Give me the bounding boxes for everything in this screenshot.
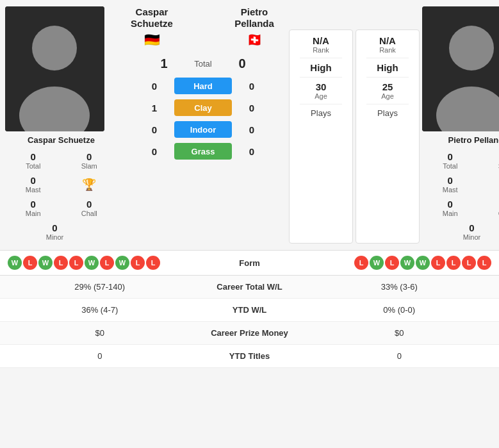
form-badge-right: L — [354, 256, 368, 270]
right-rank-label: Rank — [379, 46, 396, 54]
left-player-stats: 0 Total 0 Slam 0 Mast 🏆 0 Main — [5, 149, 117, 244]
left-header: Caspar Schuetze 🇩🇪 — [120, 6, 184, 47]
right-plays: Plays — [377, 108, 398, 118]
left-divider2 — [300, 77, 342, 78]
main-container: Caspar Schuetze 0 Total 0 Slam 0 Mast 🏆 — [0, 0, 499, 368]
right-main-label: Main — [443, 210, 458, 217]
left-rank-label: Rank — [313, 46, 329, 54]
right-header-name: Pietro Pellanda — [222, 6, 286, 29]
right-total-stat: 0 Total — [422, 149, 479, 172]
hard-score-right: 0 — [242, 81, 261, 92]
right-age-value: 25 — [381, 81, 394, 92]
left-age-value: 30 — [315, 81, 327, 92]
player-headers: Caspar Schuetze 🇩🇪 Pietro Pellanda 🇨🇭 — [120, 6, 286, 50]
total-score-left: 1 — [154, 56, 174, 71]
left-mast-value: 0 — [31, 175, 36, 186]
right-mast-label: Mast — [443, 186, 458, 194]
stats-label: YTD Titles — [192, 351, 307, 361]
left-high: High — [310, 62, 331, 73]
svg-point-1 — [32, 26, 77, 71]
left-main-value: 0 — [31, 199, 36, 210]
indoor-badge: Indoor — [174, 121, 232, 138]
form-badge-left: L — [100, 256, 114, 270]
right-total-label: Total — [443, 162, 457, 170]
left-slam-label: Slam — [81, 162, 97, 170]
form-badge-right: L — [385, 256, 399, 270]
form-badge-right: W — [416, 256, 430, 270]
right-player-stats: 0 Total 0 Slam 0 Mast 🏆 0 Main — [422, 149, 499, 244]
left-chall-value: 0 — [86, 199, 92, 210]
stats-left-value: $0 — [8, 328, 192, 338]
total-label: Total — [184, 59, 222, 69]
left-mast-label: Mast — [26, 186, 41, 194]
left-player-area: Caspar Schuetze 0 Total 0 Slam 0 Mast 🏆 — [5, 6, 117, 244]
stats-left-value: 0 — [8, 351, 192, 361]
right-rank: N/A Rank — [379, 35, 396, 54]
right-player-avatar — [422, 6, 499, 131]
top-section: Caspar Schuetze 0 Total 0 Slam 0 Mast 🏆 — [0, 0, 499, 244]
form-badge-left: L — [69, 256, 83, 270]
form-badge-left: L — [131, 256, 145, 270]
form-badge-right: W — [370, 256, 384, 270]
right-minor-label: Minor — [463, 233, 481, 241]
right-info-box: N/A Rank High 25 Age Plays — [356, 29, 420, 244]
left-total-label: Total — [26, 162, 40, 170]
stats-row: 36% (4-7) YTD W/L 0% (0-0) — [0, 299, 499, 322]
right-minor-value: 0 — [469, 222, 474, 233]
left-player-avatar — [5, 6, 104, 131]
surface-rows: 0 Hard 0 1 Clay 0 0 Indoor — [120, 75, 286, 162]
grass-badge: Grass — [174, 143, 232, 160]
form-badge-right: L — [431, 256, 445, 270]
left-total-value: 0 — [31, 151, 36, 162]
left-total-stat: 0 Total — [5, 149, 61, 172]
left-main-label: Main — [26, 210, 41, 217]
right-info-column: N/A Rank High 25 Age Plays — [356, 6, 420, 244]
clay-score-left: 1 — [145, 103, 164, 113]
right-age-label: Age — [381, 92, 394, 100]
total-score-right: 0 — [233, 56, 252, 71]
right-minor-stat: 0 Minor — [422, 220, 499, 244]
right-total-value: 0 — [448, 151, 453, 162]
left-minor-label: Minor — [46, 233, 64, 241]
right-main-value: 0 — [448, 199, 453, 210]
stats-row: 29% (57-140) Career Total W/L 33% (3-6) — [0, 276, 499, 299]
right-high: High — [377, 62, 398, 73]
form-badge-right: L — [446, 256, 461, 270]
stats-row: 0 YTD Titles 0 — [0, 345, 499, 368]
grass-row: 0 Grass 0 — [120, 143, 286, 160]
left-minor-stat: 0 Minor — [5, 220, 117, 244]
form-badge-left: W — [8, 256, 22, 270]
right-divider1 — [366, 58, 409, 58]
left-trophy: 🏆 — [61, 172, 118, 196]
left-trophy-icon: 🏆 — [82, 179, 96, 190]
clay-score-right: 0 — [242, 103, 261, 113]
grass-score-left: 0 — [145, 146, 164, 157]
right-player-name: Pietro Pellanda — [422, 135, 499, 145]
center-area: Caspar Schuetze 🇩🇪 Pietro Pellanda 🇨🇭 1 … — [120, 6, 286, 244]
indoor-row: 0 Indoor 0 — [120, 121, 286, 138]
right-form-badges: LWLWWLLLL — [281, 256, 492, 270]
stats-right-value: $0 — [307, 328, 492, 338]
form-section: WLWLLWLWLL Form LWLWWLLLL — [0, 250, 499, 275]
left-chall-stat: 0 Chall — [61, 196, 118, 220]
left-age-label: Age — [315, 92, 327, 100]
right-mast-value: 0 — [448, 175, 453, 186]
indoor-score-left: 0 — [145, 124, 164, 135]
stats-left-value: 29% (57-140) — [8, 282, 192, 292]
left-rank-value: N/A — [313, 35, 329, 46]
spacer-left — [289, 6, 353, 29]
left-info-column: N/A Rank High 30 Age Plays — [289, 6, 353, 244]
form-badge-left: L — [23, 256, 37, 270]
right-rank-value: N/A — [379, 35, 396, 46]
stats-rows: 29% (57-140) Career Total W/L 33% (3-6) … — [0, 276, 499, 368]
form-badge-right: L — [477, 256, 491, 270]
right-player-area: Pietro Pellanda 0 Total 0 Slam 0 Mast 🏆 — [422, 6, 499, 244]
stats-right-value: 33% (3-6) — [307, 282, 492, 292]
left-age: 30 Age — [315, 81, 327, 100]
right-flag: 🇨🇭 — [222, 32, 286, 47]
stats-label: Career Prize Money — [192, 328, 307, 338]
right-mast-stat: 0 Mast — [422, 172, 479, 196]
stats-row: $0 Career Prize Money $0 — [0, 322, 499, 345]
grass-score-right: 0 — [242, 146, 261, 157]
clay-badge: Clay — [174, 99, 232, 116]
